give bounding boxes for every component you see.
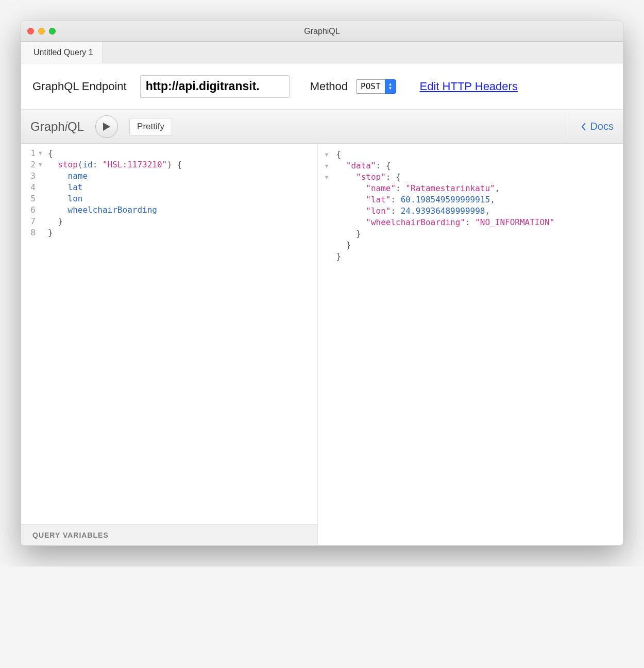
fold-gutter: ▼▼ (39, 148, 46, 524)
query-variables-label: QUERY VARIABLES (32, 531, 109, 539)
window-title: GraphiQL (21, 27, 623, 36)
graphiql-logo: GraphiQL (30, 119, 84, 134)
editor-split: 1 2 3 4 5 6 7 8 ▼▼ { stop(id: "HSL:11732… (21, 144, 623, 545)
app-window: GraphiQL Untitled Query 1 GraphQL Endpoi… (21, 21, 623, 546)
tab-label: Untitled Query 1 (33, 48, 93, 57)
tab-bar: Untitled Query 1 (21, 42, 623, 63)
query-editor[interactable]: 1 2 3 4 5 6 7 8 ▼▼ { stop(id: "HSL:11732… (21, 144, 317, 524)
method-select[interactable]: POST ▲▼ (356, 79, 396, 94)
result-viewer[interactable]: { "data": { "stop": { "name": "Ratamesta… (327, 149, 623, 262)
docs-label: Docs (590, 121, 614, 132)
tab-untitled-query[interactable]: Untitled Query 1 (21, 42, 103, 63)
result-pane: ▼▼▼ { "data": { "stop": { "name": "Ratam… (324, 144, 623, 545)
tab-bar-empty[interactable] (103, 42, 623, 63)
endpoint-label: GraphQL Endpoint (32, 80, 127, 93)
edit-http-headers-link[interactable]: Edit HTTP Headers (420, 80, 518, 93)
query-variables-bar[interactable]: QUERY VARIABLES (21, 524, 317, 545)
docs-button[interactable]: Docs (581, 121, 614, 132)
result-fold-gutter: ▼▼▼ (324, 149, 331, 262)
prettify-button[interactable]: Prettify (129, 118, 172, 135)
maximize-icon[interactable] (49, 28, 56, 35)
query-editor-pane: 1 2 3 4 5 6 7 8 ▼▼ { stop(id: "HSL:11732… (21, 144, 318, 545)
config-row: GraphQL Endpoint Method POST ▲▼ Edit HTT… (21, 63, 623, 110)
chevron-left-icon (581, 122, 587, 131)
endpoint-input[interactable] (140, 75, 290, 98)
close-icon[interactable] (27, 28, 34, 35)
minimize-icon[interactable] (38, 28, 45, 35)
window-controls (27, 28, 56, 35)
chevron-up-down-icon: ▲▼ (385, 79, 396, 94)
execute-button[interactable] (95, 115, 118, 138)
divider (568, 111, 568, 142)
line-gutter: 1 2 3 4 5 6 7 8 (21, 148, 39, 524)
pane-splitter[interactable] (318, 144, 324, 545)
method-value: POST (356, 79, 385, 94)
graphiql-toolbar: GraphiQL Prettify Docs (21, 110, 623, 144)
titlebar[interactable]: GraphiQL (21, 21, 623, 42)
play-icon (103, 122, 111, 131)
method-label: Method (310, 80, 348, 93)
query-code[interactable]: { stop(id: "HSL:1173210") { name lat lon… (46, 148, 317, 524)
